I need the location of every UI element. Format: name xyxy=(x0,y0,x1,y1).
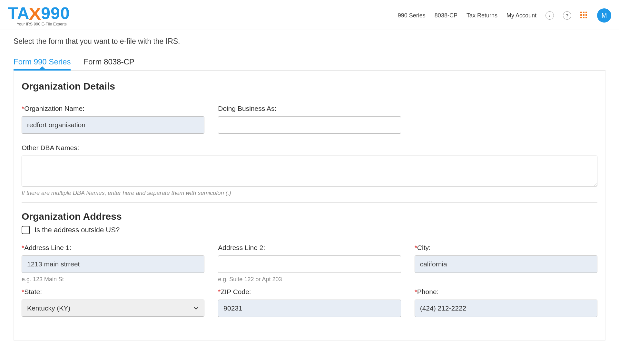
label-address-line-1: *Address Line 1: xyxy=(22,244,204,252)
form-tabs: Form 990 Series Form 8038-CP xyxy=(14,55,605,71)
label-address-line-2: Address Line 2: xyxy=(218,244,401,252)
nav-tax-returns[interactable]: Tax Returns xyxy=(467,12,497,19)
nav-8038-cp[interactable]: 8038-CP xyxy=(435,12,457,19)
section-organization-details: Organization Details xyxy=(22,81,597,92)
page-body: Select the form that you want to e-file … xyxy=(0,30,619,340)
outside-us-checkbox[interactable] xyxy=(22,226,30,234)
logo-990: 990 xyxy=(41,4,70,23)
label-address-line-1-text: Address Line 1: xyxy=(24,244,71,251)
logo-tagline: Your IRS 990 E-File Experts xyxy=(17,22,67,26)
form-card: Organization Details *Organization Name:… xyxy=(14,71,605,340)
avatar[interactable]: M xyxy=(597,8,611,23)
label-organization-name: *Organization Name: xyxy=(22,105,204,112)
address-line-2-input[interactable] xyxy=(218,255,401,273)
hint-address-line-1: e.g. 123 Main St xyxy=(22,276,204,283)
label-phone-text: Phone: xyxy=(417,288,439,295)
tab-form-990-series[interactable]: Form 990 Series xyxy=(14,55,71,70)
section-divider xyxy=(22,202,597,203)
tab-form-8038-cp[interactable]: Form 8038-CP xyxy=(84,55,134,70)
apps-icon[interactable] xyxy=(580,12,588,19)
logo-text: TAX990 xyxy=(8,5,70,22)
zip-input[interactable] xyxy=(218,300,401,317)
label-zip-text: ZIP Code: xyxy=(221,288,251,295)
label-zip: *ZIP Code: xyxy=(218,288,401,296)
label-other-dba: Other DBA Names: xyxy=(22,144,597,152)
label-city-text: City: xyxy=(417,244,431,251)
section-organization-address: Organization Address xyxy=(22,211,597,222)
app-header: TAX990 Your IRS 990 E-File Experts 990 S… xyxy=(0,0,619,30)
nav-links: 990 Series 8038-CP Tax Returns My Accoun… xyxy=(398,12,536,19)
other-dba-textarea[interactable] xyxy=(22,156,597,187)
label-state-text: State: xyxy=(24,288,42,295)
city-input[interactable] xyxy=(415,255,597,273)
state-select[interactable]: Kentucky (KY) xyxy=(22,300,204,317)
nav-my-account[interactable]: My Account xyxy=(506,12,536,19)
outside-us-label: Is the address outside US? xyxy=(34,226,120,234)
hint-other-dba: If there are multiple DBA Names, enter h… xyxy=(22,190,597,196)
logo-tax: TA xyxy=(8,4,29,23)
page-subtitle: Select the form that you want to e-file … xyxy=(14,37,605,46)
header-right: 990 Series 8038-CP Tax Returns My Accoun… xyxy=(398,8,611,23)
help-icon[interactable]: ? xyxy=(563,11,571,20)
logo[interactable]: TAX990 Your IRS 990 E-File Experts xyxy=(8,5,70,26)
label-state: *State: xyxy=(22,288,204,296)
logo-x: X xyxy=(29,5,42,22)
nav-990-series[interactable]: 990 Series xyxy=(398,12,426,19)
label-phone: *Phone: xyxy=(415,288,597,296)
address-line-1-input[interactable] xyxy=(22,255,204,273)
info-icon[interactable]: i xyxy=(545,11,554,20)
label-city: *City: xyxy=(415,244,597,252)
phone-input[interactable] xyxy=(415,300,597,317)
label-dba: Doing Business As: xyxy=(218,105,401,112)
dba-input[interactable] xyxy=(218,116,401,134)
organization-name-input[interactable] xyxy=(22,116,204,134)
label-organization-name-text: Organization Name: xyxy=(24,105,84,112)
hint-address-line-2: e.g. Suite 122 or Apt 203 xyxy=(218,276,401,283)
